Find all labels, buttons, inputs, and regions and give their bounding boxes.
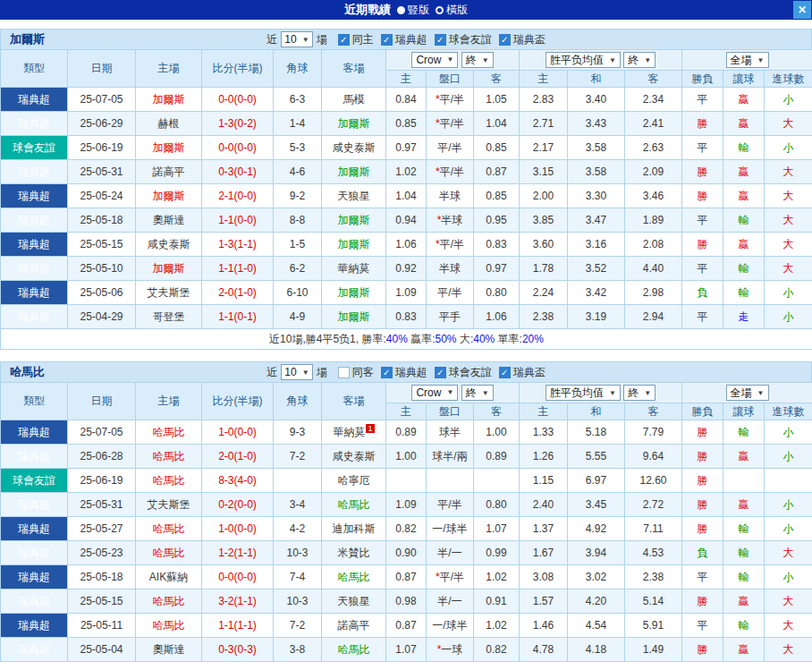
home-odds-cell: 1.09 <box>386 281 427 305</box>
avg-odds-select[interactable]: 胜平负均值▼ <box>546 52 621 68</box>
final-odds-select-2[interactable]: 終▼ <box>623 52 656 68</box>
filter-label: 同主 <box>352 32 374 47</box>
filter-checkbox-option[interactable]: 同客 <box>338 365 374 380</box>
avg-home-cell: 1.26 <box>520 445 568 469</box>
filter-checkbox-option[interactable]: ✓球會友誼 <box>435 32 492 47</box>
dialog-title: 近期戰績 <box>344 2 391 18</box>
filter-checkbox-option[interactable]: ✓瑞典盃 <box>499 32 546 47</box>
avg-selects-cell: 胜平负均值▼ 終▼ <box>520 50 682 71</box>
handicap-cell: 平/半 <box>427 136 474 160</box>
handicap-result-cell: 贏 <box>723 445 765 469</box>
handicap-result-cell: 走 <box>723 305 765 329</box>
avg-selects-cell: 胜平负均值▼ 終▼ <box>520 383 682 403</box>
filter-controls: 近 10 ▼ 場 ✓同主✓瑞典超✓球會友誼✓瑞典盃 <box>266 31 545 47</box>
close-button[interactable]: ✕ <box>793 1 811 19</box>
checkbox-icon[interactable]: ✓ <box>338 34 350 46</box>
score-cell: 1-1(0-1) <box>202 305 274 329</box>
final-odds-select[interactable]: 終▼ <box>461 385 494 401</box>
home-odds-cell: 1.06 <box>386 233 427 257</box>
goals-result-cell: 小 <box>765 445 812 469</box>
filter-group: 同客✓瑞典超✓球會友誼✓瑞典盃 <box>331 365 546 380</box>
home-odds-cell: 1.09 <box>386 493 427 517</box>
handicap-cell: *一球 <box>427 638 474 662</box>
corner-cell: 1-4 <box>274 112 322 136</box>
corner-cell: 1-5 <box>274 233 322 257</box>
team-name-text: 加爾斯 <box>338 310 370 323</box>
checkbox-icon[interactable] <box>338 367 350 378</box>
col-header-let-ball: 讓球 <box>723 71 765 88</box>
league-cell: 瑞典超 <box>1 208 68 233</box>
team-name-text: 加爾斯 <box>153 190 185 202</box>
bookmaker-select[interactable]: Crow▼ <box>411 52 458 68</box>
filter-checkbox-option[interactable]: ✓瑞典超 <box>381 32 427 47</box>
avg-home-cell: 2.17 <box>520 136 568 160</box>
summary-part: 贏率: <box>408 333 436 345</box>
checkbox-icon[interactable]: ✓ <box>381 367 393 378</box>
corner-cell: 7-2 <box>274 445 322 469</box>
handicap-cell: 平手 <box>427 305 474 329</box>
team-name-text: AIK蘇納 <box>149 571 188 583</box>
layout-horizontal-radio[interactable]: 橫版 <box>436 3 468 18</box>
score-cell: 1-0(0-0) <box>202 517 274 541</box>
avg-away-cell: 5.14 <box>625 589 682 614</box>
bookmaker-select[interactable]: Crow▼ <box>411 385 458 401</box>
checkbox-icon[interactable]: ✓ <box>381 34 393 46</box>
result-cell: 勝 <box>682 493 723 517</box>
checkbox-icon[interactable]: ✓ <box>499 34 511 46</box>
match-row: 球會友誼25-06-19哈馬比8-3(4-0)哈寧厄1.156.9712.60勝 <box>1 469 812 493</box>
scope-select[interactable]: 全場▼ <box>726 385 769 401</box>
summary-part: 單率: <box>495 333 522 345</box>
avg-draw-cell: 5.18 <box>568 420 625 445</box>
home-odds-cell: 0.82 <box>386 517 427 541</box>
result-cell: 平 <box>682 257 723 281</box>
team-name-text: 諾高平 <box>153 165 185 178</box>
filter-checkbox-option[interactable]: ✓同主 <box>338 32 374 47</box>
col-header-corner: 角球 <box>274 50 322 88</box>
avg-away-cell: 2.34 <box>625 88 682 112</box>
team-name-text: 加爾斯 <box>338 238 370 250</box>
avg-home-cell: 3.60 <box>520 233 568 257</box>
summary-part: 20% <box>522 333 544 345</box>
result-cell: 負 <box>682 541 723 565</box>
avg-away-cell: 12.60 <box>625 469 682 493</box>
match-row: 瑞典超25-07-05哈馬比1-0(0-0)9-3華納莫10.89球半1.001… <box>1 420 812 445</box>
checkbox-icon[interactable]: ✓ <box>499 367 511 378</box>
league-cell: 瑞典超 <box>1 233 68 257</box>
final-odds-select-2[interactable]: 終▼ <box>623 385 656 401</box>
matches-table: 類型 日期 主場 比分(半場) 角球 客場 Crow▼ 終▼ 胜平负均值▼ 終▼… <box>0 382 812 662</box>
handicap-result-cell: 輸 <box>723 565 765 589</box>
filter-checkbox-option[interactable]: ✓瑞典盃 <box>499 365 546 380</box>
filter-checkbox-option[interactable]: ✓球會友誼 <box>435 365 492 380</box>
filter-label: 瑞典盃 <box>513 32 546 47</box>
handicap-text: 半球 <box>441 214 462 226</box>
scope-select[interactable]: 全場▼ <box>726 52 769 68</box>
corner-cell <box>274 469 322 493</box>
games-label: 場 <box>317 365 327 380</box>
matches-table: 類型 日期 主場 比分(半場) 角球 客場 Crow▼ 終▼ 胜平负均值▼ 終▼… <box>0 49 812 350</box>
final-odds-select[interactable]: 終▼ <box>461 52 494 68</box>
away-odds-cell: 0.85 <box>474 184 520 208</box>
home-odds-cell: 0.92 <box>386 257 427 281</box>
avg-home-cell: 3.15 <box>520 160 568 184</box>
goals-result-cell: 小 <box>765 305 812 329</box>
avg-home-cell: 2.71 <box>520 112 568 136</box>
home-team-cell: 諾高平 <box>136 160 202 184</box>
match-count-select[interactable]: 10 ▼ <box>281 364 312 380</box>
away-team-cell: 迪加科斯 <box>322 517 386 541</box>
score-cell: 1-3(0-2) <box>202 112 274 136</box>
checkbox-icon[interactable]: ✓ <box>435 367 446 378</box>
summary-part: 50% <box>436 333 457 345</box>
avg-odds-select[interactable]: 胜平负均值▼ <box>546 385 621 401</box>
away-team-cell: 加爾斯 <box>322 233 386 257</box>
final-value: 終 <box>628 386 639 401</box>
checkbox-icon[interactable]: ✓ <box>435 34 446 46</box>
filter-checkbox-option[interactable]: ✓瑞典超 <box>381 365 427 380</box>
home-odds-cell: 0.85 <box>386 112 427 136</box>
layout-vertical-radio[interactable]: 豎版 <box>397 3 429 18</box>
match-count-select[interactable]: 10 ▼ <box>281 31 312 47</box>
filter-label: 同客 <box>352 365 374 380</box>
away-team-cell: 華納莫 <box>322 257 386 281</box>
chevron-down-icon: ▼ <box>302 369 309 377</box>
col-header-avg-away: 客 <box>625 71 682 88</box>
handicap-text: 平/半 <box>440 571 464 583</box>
